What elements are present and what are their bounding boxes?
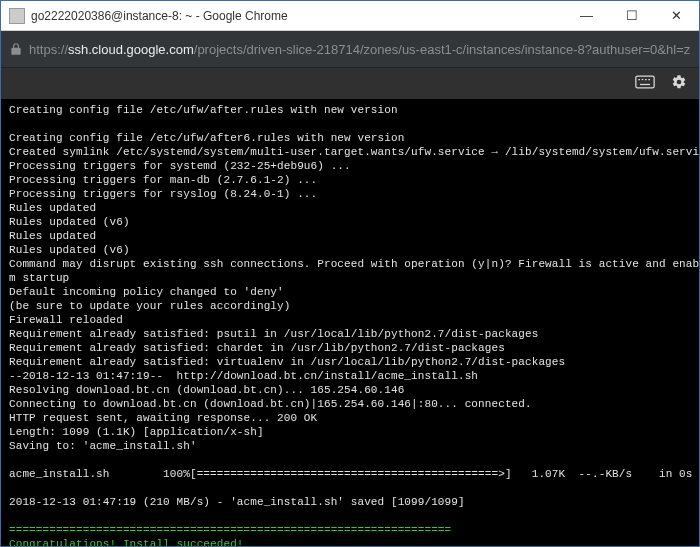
- term-line: Rules updated (v6): [9, 244, 130, 256]
- favicon-icon: [9, 8, 25, 24]
- term-line: acme_install.sh 100%[===================…: [9, 468, 693, 480]
- term-line: Length: 1099 (1.1K) [application/x-sh]: [9, 426, 264, 438]
- term-line: Default incoming policy changed to 'deny…: [9, 286, 284, 298]
- url-host: ssh.cloud.google.com: [68, 42, 194, 57]
- titlebar: go2222020386@instance-8: ~ - Google Chro…: [1, 1, 699, 31]
- term-line: Processing triggers for rsyslog (8.24.0-…: [9, 188, 317, 200]
- term-line: Connecting to download.bt.cn (download.b…: [9, 398, 532, 410]
- term-line: Requirement already satisfied: virtualen…: [9, 356, 565, 368]
- term-line: Processing triggers for systemd (232-25+…: [9, 160, 351, 172]
- gear-icon[interactable]: [671, 74, 687, 94]
- ssh-toolbar: [1, 67, 699, 99]
- url-path: /projects/driven-slice-218714/zones/us-e…: [194, 42, 691, 57]
- window-title: go2222020386@instance-8: ~ - Google Chro…: [31, 9, 564, 23]
- term-line: Rules updated: [9, 202, 96, 214]
- minimize-button[interactable]: —: [564, 1, 609, 31]
- term-line: --2018-12-13 01:47:19-- http://download.…: [9, 370, 478, 382]
- terminal[interactable]: Creating config file /etc/ufw/after.rule…: [1, 99, 699, 546]
- url-text: https://ssh.cloud.google.com/projects/dr…: [29, 42, 691, 57]
- term-line: Creating config file /etc/ufw/after6.rul…: [9, 132, 404, 144]
- url-scheme: https://: [29, 42, 68, 57]
- term-line: Saving to: 'acme_install.sh': [9, 440, 197, 452]
- term-line: Command may disrupt existing ssh connect…: [9, 258, 699, 270]
- svg-rect-0: [636, 76, 654, 88]
- term-line: Rules updated (v6): [9, 216, 130, 228]
- term-line: 2018-12-13 01:47:19 (210 MB/s) - 'acme_i…: [9, 496, 465, 508]
- chrome-window: go2222020386@instance-8: ~ - Google Chro…: [0, 0, 700, 547]
- keyboard-icon[interactable]: [635, 75, 655, 93]
- term-line: Resolving download.bt.cn (download.bt.cn…: [9, 384, 404, 396]
- term-line: Rules updated: [9, 230, 96, 242]
- lock-icon: [9, 42, 23, 56]
- term-line: Requirement already satisfied: chardet i…: [9, 342, 505, 354]
- term-line: Firewall reloaded: [9, 314, 123, 326]
- term-line: Created symlink /etc/systemd/system/mult…: [9, 146, 699, 158]
- term-line: m startup: [9, 272, 69, 284]
- term-line: Processing triggers for man-db (2.7.6.1-…: [9, 174, 317, 186]
- maximize-button[interactable]: ☐: [609, 1, 654, 31]
- term-line: Requirement already satisfied: psutil in…: [9, 328, 538, 340]
- separator-line: ========================================…: [9, 524, 451, 536]
- term-line: (be sure to update your rules accordingl…: [9, 300, 290, 312]
- url-bar[interactable]: https://ssh.cloud.google.com/projects/dr…: [1, 31, 699, 67]
- term-line: Creating config file /etc/ufw/after.rule…: [9, 104, 398, 116]
- term-line: HTTP request sent, awaiting response... …: [9, 412, 317, 424]
- close-button[interactable]: ✕: [654, 1, 699, 31]
- congrats-line: Congratulations! Install succeeded!: [9, 538, 244, 546]
